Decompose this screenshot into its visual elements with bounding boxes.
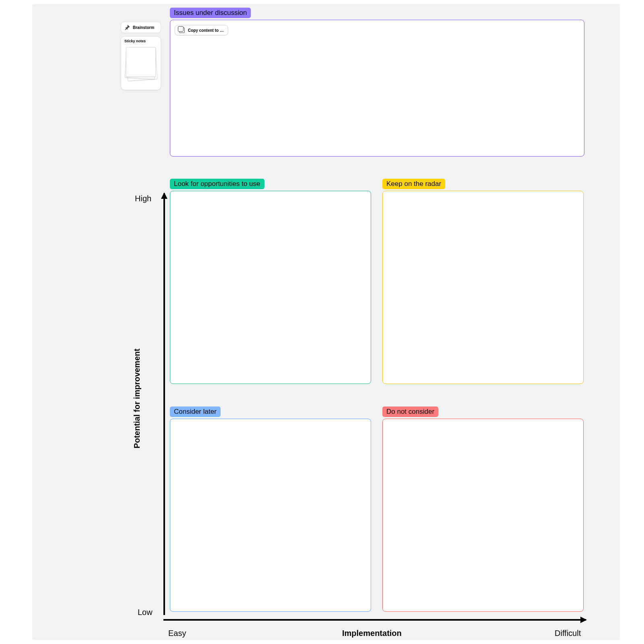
pin-icon	[124, 25, 130, 30]
copy-content-button[interactable]: Copy content to …	[175, 25, 228, 35]
quadrant-green[interactable]	[170, 191, 371, 384]
sticky-notes-title: Sticky notes	[124, 39, 157, 43]
quadrant-yellow[interactable]	[382, 191, 584, 384]
y-axis-label: Potential for improvement	[132, 349, 142, 448]
x-axis-arrow	[163, 619, 586, 621]
x-axis-difficult: Difficult	[555, 629, 581, 638]
quadrant-label-red: Do not consider	[382, 407, 438, 417]
sticky-notes-widget[interactable]: Sticky notes	[121, 36, 161, 90]
quadrant-label-blue: Consider later	[170, 407, 221, 417]
copy-icon	[179, 27, 185, 33]
brainstorm-button[interactable]: Brainstorm	[121, 22, 161, 33]
quadrant-blue[interactable]	[170, 419, 371, 612]
sticky-note-stack[interactable]	[124, 45, 157, 85]
issues-label: Issues under discussion	[170, 8, 251, 18]
y-axis-arrow	[163, 193, 165, 615]
quadrant-label-yellow: Keep on the radar	[382, 179, 445, 189]
copy-content-label: Copy content to …	[188, 28, 224, 33]
x-axis-label: Implementation	[342, 629, 402, 638]
issues-panel[interactable]	[170, 20, 584, 157]
y-axis-high: High	[135, 194, 151, 203]
quadrant-red[interactable]	[382, 419, 584, 612]
sticky-note-icon	[126, 47, 156, 77]
quadrant-label-green: Look for opportunities to use	[170, 179, 264, 189]
whiteboard-canvas[interactable]: Brainstorm Sticky notes Issues under dis…	[32, 4, 620, 640]
brainstorm-label: Brainstorm	[133, 25, 154, 30]
x-axis-easy: Easy	[168, 629, 186, 638]
y-axis-low: Low	[138, 608, 153, 617]
